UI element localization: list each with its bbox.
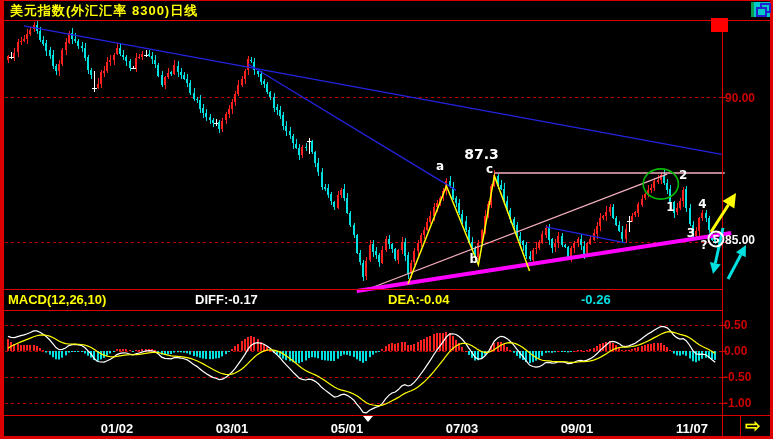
macd-dea-value: DEA:-0.04 [388,292,449,307]
scroll-right-button[interactable]: ⇨ [745,416,760,436]
chart-title: 美元指数(外汇汇率 8300)日线 [10,2,198,20]
macd-hist-value: -0.26 [581,292,611,307]
x-axis-label-5: 11/07 [676,421,708,436]
macd-axis-label-2: -0.50 [724,370,751,384]
current-price-label: 85.00 [725,233,755,247]
macd-params-label: MACD(12,26,10) [8,292,106,307]
restore-icon-front-square [756,7,767,17]
x-axis-label-2: 05/01 [331,421,364,436]
x-axis-label-4: 09/01 [561,421,594,436]
restore-window-icon[interactable] [751,2,770,17]
macd-diff-value: DIFF:-0.17 [195,292,258,307]
price-chart-canvas[interactable] [0,0,773,439]
title-bar: 美元指数(外汇汇率 8300)日线 [0,0,773,20]
x-axis-label-3: 07/03 [446,421,479,436]
macd-axis-label-3: -1.00 [724,396,751,410]
x-axis-label-1: 03/01 [216,421,249,436]
current-position-marker [363,416,373,422]
y-axis-label-90: 90.00 [725,91,755,105]
macd-axis-label-0: 0.50 [724,318,747,332]
macd-axis-label-1: 0.00 [724,344,747,358]
top-right-marker [711,18,728,32]
x-axis-label-0: 01/02 [101,421,134,436]
app-window: 美元指数(外汇汇率 8300)日线 90.00 85.00 MACD(12,26… [0,0,773,439]
